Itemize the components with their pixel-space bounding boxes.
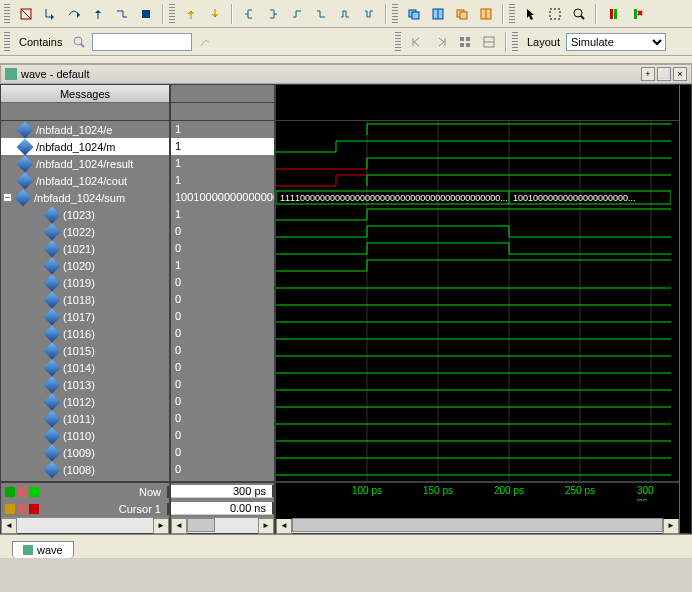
signal-row[interactable]: (1021) (1, 240, 169, 257)
cursor-del-icon[interactable] (29, 504, 39, 514)
value-row[interactable]: 0 (171, 410, 274, 427)
signal-row[interactable]: (1023) (1, 206, 169, 223)
step-icon[interactable] (111, 3, 133, 25)
signal-row[interactable]: (1010) (1, 427, 169, 444)
zoom-icon[interactable] (568, 3, 590, 25)
toolbar-handle[interactable] (509, 4, 515, 24)
lock-icon[interactable] (17, 487, 27, 497)
value-row[interactable]: 0 (171, 444, 274, 461)
edge-icon-2[interactable] (310, 3, 332, 25)
plus-icon[interactable] (29, 487, 39, 497)
v-scrollbar[interactable] (679, 85, 691, 533)
signal-row[interactable]: /nbfadd_1024/result (1, 155, 169, 172)
scroll-left-button[interactable]: ◄ (276, 518, 292, 534)
h-scrollbar-track[interactable] (187, 518, 258, 533)
wave-canvas[interactable]: 1111000000000000000000000000000000000000… (276, 121, 679, 481)
collapse-icon[interactable]: − (3, 193, 12, 202)
signal-row[interactable]: (1013) (1, 376, 169, 393)
signal-row[interactable]: /nbfadd_1024/e (1, 121, 169, 138)
close-button[interactable]: × (673, 67, 687, 81)
cursor-lock-icon[interactable] (5, 504, 15, 514)
scroll-right-button[interactable]: ► (663, 518, 679, 534)
window-icon-2[interactable] (427, 3, 449, 25)
value-row[interactable]: 0 (171, 240, 274, 257)
value-row[interactable]: 0 (171, 461, 274, 478)
toolbar-handle[interactable] (4, 4, 10, 24)
value-row[interactable]: 0 (171, 359, 274, 376)
toolbar-handle[interactable] (395, 32, 401, 52)
select-area-icon[interactable] (544, 3, 566, 25)
signal-row[interactable]: (1012) (1, 393, 169, 410)
value-row[interactable]: 1 (171, 138, 274, 155)
step-into-icon[interactable] (39, 3, 61, 25)
h-scrollbar-track[interactable] (292, 518, 663, 533)
scroll-right-button[interactable]: ► (153, 518, 169, 534)
signal-row[interactable]: (1018) (1, 291, 169, 308)
search-icon[interactable] (68, 31, 90, 53)
signal-row[interactable]: /nbfadd_1024/cout (1, 172, 169, 189)
value-list[interactable]: 1111100100000000000001001000000000000 (171, 121, 274, 481)
window-icon-1[interactable] (403, 3, 425, 25)
cursor-down-icon[interactable] (204, 3, 226, 25)
toolbar-handle[interactable] (392, 4, 398, 24)
signal-row[interactable]: (1017) (1, 308, 169, 325)
signal-row[interactable]: (1011) (1, 410, 169, 427)
toolbar-handle[interactable] (512, 32, 518, 52)
grid-icon-1[interactable] (454, 31, 476, 53)
value-row[interactable]: 1 (171, 257, 274, 274)
signal-row[interactable]: /nbfadd_1024/m (1, 138, 169, 155)
x-nav-right-icon[interactable] (430, 31, 452, 53)
edge-prev-icon[interactable] (238, 3, 260, 25)
value-row[interactable]: 0 (171, 223, 274, 240)
signal-row[interactable]: (1022) (1, 223, 169, 240)
step-over-icon[interactable] (63, 3, 85, 25)
search-clear-icon[interactable] (194, 31, 216, 53)
signal-row[interactable]: −/nbfadd_1024/sum (1, 189, 169, 206)
tool-btn-1[interactable] (15, 3, 37, 25)
signal-row[interactable]: (1020) (1, 257, 169, 274)
value-row[interactable]: 0 (171, 427, 274, 444)
cursor-up-icon[interactable] (180, 3, 202, 25)
run-icon[interactable] (135, 3, 157, 25)
window-icon-4[interactable] (475, 3, 497, 25)
signal-row[interactable]: (1016) (1, 325, 169, 342)
edge-icon-4[interactable] (358, 3, 380, 25)
edge-icon-3[interactable] (334, 3, 356, 25)
value-row[interactable]: 10010000000000000 (171, 189, 274, 206)
value-row[interactable]: 0 (171, 291, 274, 308)
add-icon[interactable] (5, 487, 15, 497)
value-row[interactable]: 0 (171, 274, 274, 291)
edge-icon-1[interactable] (286, 3, 308, 25)
dock-button[interactable]: + (641, 67, 655, 81)
maximize-button[interactable]: ⬜ (657, 67, 671, 81)
signal-list[interactable]: /nbfadd_1024/e/nbfadd_1024/m/nbfadd_1024… (1, 121, 169, 481)
value-row[interactable]: 0 (171, 342, 274, 359)
signal-row[interactable]: (1019) (1, 274, 169, 291)
edge-next-icon[interactable] (262, 3, 284, 25)
pointer-icon[interactable] (520, 3, 542, 25)
value-row[interactable]: 1 (171, 121, 274, 138)
grid-icon-2[interactable] (478, 31, 500, 53)
cursor-edit-icon[interactable] (17, 504, 27, 514)
value-row[interactable]: 1 (171, 172, 274, 189)
scroll-left-button[interactable]: ◄ (1, 518, 17, 534)
step-out-icon[interactable] (87, 3, 109, 25)
marker-red-icon[interactable] (602, 3, 624, 25)
signal-row[interactable]: (1008) (1, 461, 169, 478)
window-icon-3[interactable] (451, 3, 473, 25)
scroll-right-button[interactable]: ► (258, 518, 274, 534)
value-row[interactable]: 0 (171, 393, 274, 410)
value-row[interactable]: 0 (171, 376, 274, 393)
layout-select[interactable]: Simulate (566, 33, 666, 51)
scroll-left-button[interactable]: ◄ (171, 518, 187, 534)
signal-row[interactable]: (1009) (1, 444, 169, 461)
h-scrollbar-track[interactable] (17, 518, 153, 533)
toolbar-handle[interactable] (4, 32, 10, 52)
x-nav-left-icon[interactable] (406, 31, 428, 53)
value-row[interactable]: 1 (171, 206, 274, 223)
wave-tab[interactable]: wave (12, 541, 74, 558)
signal-row[interactable]: (1014) (1, 359, 169, 376)
value-row[interactable]: 0 (171, 308, 274, 325)
signal-row[interactable]: (1015) (1, 342, 169, 359)
marker-del-icon[interactable] (626, 3, 648, 25)
